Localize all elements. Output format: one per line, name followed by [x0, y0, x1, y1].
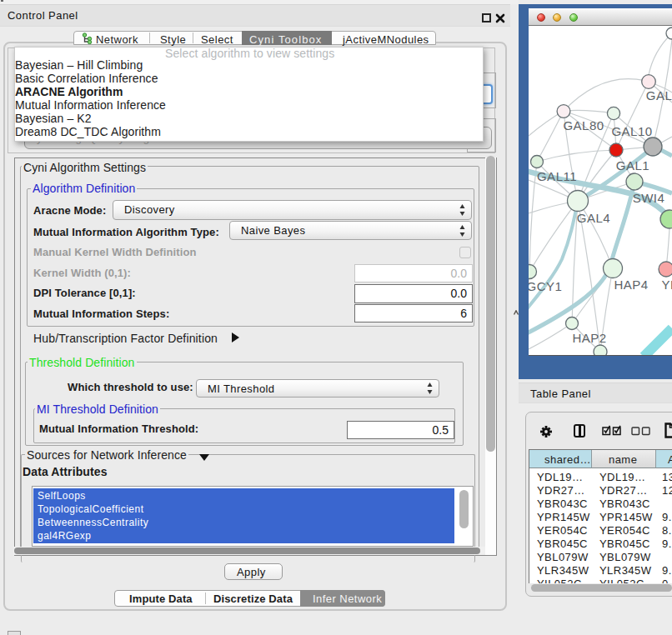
svg-text:HAP4: HAP4	[614, 278, 648, 292]
svg-text:GAL10: GAL10	[611, 124, 652, 138]
svg-text:HAP2: HAP2	[572, 331, 606, 345]
svg-text:GAL1: GAL1	[616, 158, 649, 172]
svg-text:GAL7: GAL7	[646, 88, 672, 102]
svg-text:SWI4: SWI4	[633, 191, 665, 205]
svg-text:GAL80: GAL80	[563, 118, 604, 132]
svg-text:GAL11: GAL11	[537, 169, 577, 183]
svg-text:YB: YB	[661, 278, 672, 292]
svg-text:GAL4: GAL4	[577, 211, 610, 225]
svg-text:GCY1: GCY1	[529, 279, 562, 293]
